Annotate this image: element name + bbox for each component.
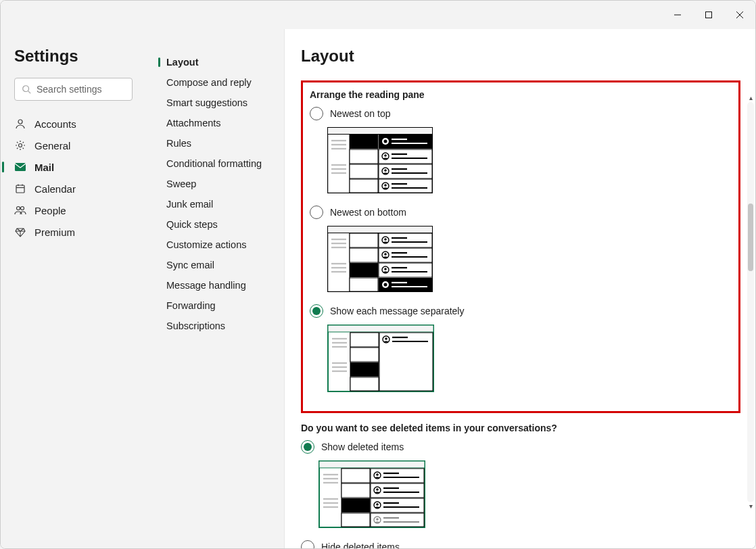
calendar-icon: [14, 183, 26, 195]
person-icon: [14, 118, 26, 130]
svg-rect-8: [15, 163, 26, 171]
nav-accounts[interactable]: Accounts: [1, 113, 146, 135]
preview-show-deleted: [318, 460, 755, 528]
svg-rect-93: [350, 377, 379, 391]
subnav-sync[interactable]: Sync email: [146, 255, 284, 275]
option-label: Show deleted items: [321, 441, 404, 452]
option-label: Hide deleted items: [321, 542, 400, 548]
svg-point-119: [376, 488, 379, 491]
option-newest-top[interactable]: Newest on top: [310, 107, 732, 120]
nav-premium[interactable]: Premium: [1, 221, 146, 243]
svg-rect-33: [379, 149, 432, 164]
nav-calendar[interactable]: Calendar: [1, 178, 146, 199]
nav-label: General: [34, 140, 70, 151]
svg-rect-38: [379, 164, 432, 178]
preview-separate: [327, 325, 732, 392]
close-button[interactable]: [724, 4, 755, 26]
nav-mail[interactable]: Mail: [1, 156, 146, 178]
subnav-layout[interactable]: Layout: [146, 52, 284, 72]
svg-rect-108: [341, 469, 370, 483]
svg-rect-127: [371, 513, 424, 527]
svg-point-35: [384, 154, 387, 157]
svg-point-7: [19, 144, 22, 147]
search-placeholder: Search settings: [37, 84, 102, 95]
subnav-attachments[interactable]: Attachments: [146, 113, 284, 133]
svg-rect-57: [350, 233, 378, 247]
option-hide-deleted[interactable]: Hide deleted items: [301, 540, 755, 548]
svg-rect-92: [350, 362, 379, 377]
svg-point-30: [384, 140, 387, 143]
svg-rect-60: [350, 278, 378, 291]
option-separate[interactable]: Show each message separately: [310, 304, 732, 318]
secondary-sidebar: Layout Compose and reply Smart suggestio…: [146, 29, 285, 548]
subnav-handling[interactable]: Message handling: [146, 275, 284, 295]
preview-newest-top: [327, 127, 732, 193]
scroll-up-icon[interactable]: ▴: [747, 94, 754, 102]
maximize-button[interactable]: [693, 4, 724, 26]
svg-rect-100: [319, 461, 425, 468]
gear-icon: [14, 139, 26, 151]
subnav-quicksteps[interactable]: Quick steps: [146, 214, 284, 235]
preview-newest-bottom: [327, 226, 732, 292]
svg-rect-111: [341, 513, 370, 527]
scroll-thumb[interactable]: [748, 204, 753, 271]
svg-rect-27: [350, 179, 378, 193]
svg-point-63: [384, 238, 387, 241]
people-icon: [14, 204, 26, 216]
svg-rect-90: [350, 333, 379, 347]
content-title: Layout: [301, 47, 755, 66]
svg-rect-61: [379, 233, 432, 247]
svg-point-4: [23, 86, 29, 92]
radio-icon: [310, 304, 323, 318]
option-label: Newest on top: [330, 108, 391, 119]
subnav-junk[interactable]: Junk email: [146, 194, 284, 214]
option-newest-bottom[interactable]: Newest on bottom: [310, 206, 732, 219]
search-icon: [22, 85, 31, 94]
svg-rect-16: [328, 128, 433, 135]
diamond-icon: [14, 226, 26, 238]
subnav-compose[interactable]: Compose and reply: [146, 72, 284, 93]
svg-point-13: [17, 207, 20, 210]
subnav-conditional[interactable]: Conditional formatting: [146, 153, 284, 174]
subnav-forwarding[interactable]: Forwarding: [146, 295, 284, 316]
subnav-customize[interactable]: Customize actions: [146, 235, 284, 255]
svg-rect-59: [350, 263, 378, 277]
scrollbar[interactable]: ▴ ▾: [747, 102, 754, 502]
nav-people[interactable]: People: [1, 199, 146, 221]
subnav-sweep[interactable]: Sweep: [146, 174, 284, 194]
svg-rect-91: [350, 348, 379, 362]
option-label: Show each message separately: [330, 306, 464, 316]
svg-rect-110: [341, 498, 370, 512]
svg-rect-82: [328, 325, 433, 332]
svg-rect-1: [706, 12, 712, 18]
svg-rect-43: [379, 179, 432, 193]
svg-point-114: [376, 473, 379, 476]
subnav-subscriptions[interactable]: Subscriptions: [146, 316, 284, 336]
option-show-deleted[interactable]: Show deleted items: [301, 440, 755, 454]
subnav-smart[interactable]: Smart suggestions: [146, 93, 284, 113]
option-label: Newest on bottom: [330, 207, 406, 218]
nav-label: Accounts: [34, 118, 76, 130]
svg-rect-58: [350, 248, 378, 262]
svg-point-14: [21, 207, 24, 210]
svg-point-6: [18, 120, 22, 124]
svg-rect-117: [371, 483, 424, 498]
svg-rect-26: [350, 164, 378, 178]
nav-general[interactable]: General: [1, 135, 146, 156]
nav-label: People: [34, 205, 66, 216]
primary-sidebar: Settings Search settings Accounts Genera…: [1, 29, 146, 548]
search-input[interactable]: Search settings: [14, 78, 133, 101]
svg-rect-71: [379, 263, 432, 277]
nav-label: Mail: [34, 162, 54, 173]
subnav-rules[interactable]: Rules: [146, 133, 284, 153]
radio-icon: [301, 440, 314, 454]
scroll-down-icon[interactable]: ▾: [747, 502, 754, 510]
section-title: Do you want to see deleted items in your…: [301, 423, 755, 433]
minimize-button[interactable]: [662, 4, 693, 26]
svg-point-129: [376, 518, 379, 521]
titlebar: [1, 1, 755, 29]
radio-icon: [301, 540, 314, 548]
settings-window: Settings Search settings Accounts Genera…: [0, 0, 756, 549]
svg-rect-49: [328, 226, 433, 233]
section-title: Arrange the reading pane: [310, 89, 732, 100]
